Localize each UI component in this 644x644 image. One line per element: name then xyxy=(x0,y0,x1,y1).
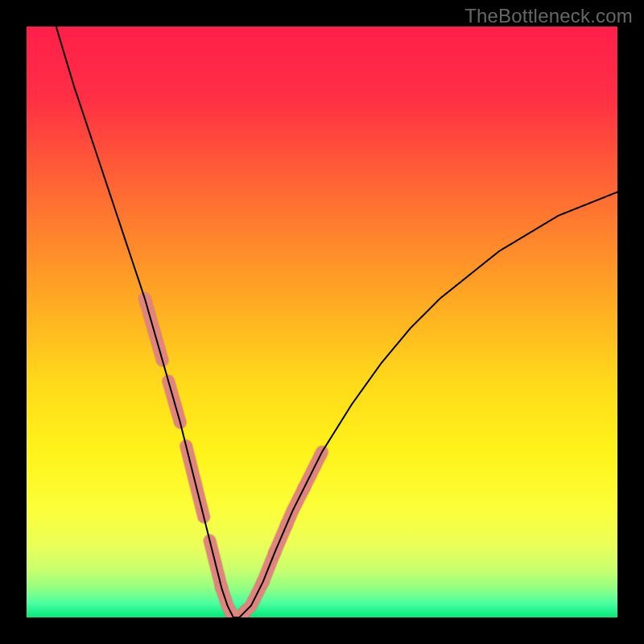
gradient-background xyxy=(27,27,617,617)
chart-frame: TheBottleneck.com xyxy=(0,0,644,644)
bottleneck-chart xyxy=(27,27,617,617)
watermark-text: TheBottleneck.com xyxy=(464,5,633,27)
plot-area xyxy=(27,27,617,617)
